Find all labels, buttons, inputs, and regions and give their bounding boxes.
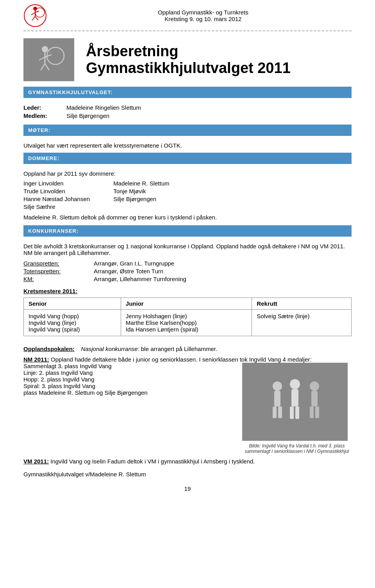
nm-list-item-2: Hopp: 2. plass Ingvild Vang <box>23 376 234 383</box>
gymhjul-content: Leder: Madeleine Ringelien Slettum Medle… <box>23 102 352 125</box>
arrangor-label-1: Totenspretten: <box>23 268 94 274</box>
senior-0: Ingvild Vang (hopp) <box>29 313 116 319</box>
footer-signature: Gymnastikkhjulutvalget v/Madeleine R. Sl… <box>23 471 352 478</box>
svg-point-9 <box>42 46 48 52</box>
konkurranse-text1: Det ble avholdt 3 kretskonkurranser og 1… <box>23 243 352 256</box>
logo <box>23 4 47 27</box>
svg-point-7 <box>35 8 45 17</box>
kretsmestere-rekrutt-cell: Solveig Sætre (linje) <box>252 310 352 336</box>
konkurranse-content: Det ble avholdt 3 kretskonkurranser og 1… <box>23 241 352 346</box>
leder-label: Leder: <box>23 104 66 111</box>
leder-row: Leder: Madeleine Ringelien Slettum <box>23 104 352 111</box>
kretsmestere-senior-cell: Ingvild Vang (hopp) Ingvild Vang (linje)… <box>24 310 121 336</box>
kretsmestere-header-junior: Junior <box>121 298 252 310</box>
dommere-right-0: Madeleine R. Slettum <box>113 180 169 187</box>
svg-line-4 <box>35 11 39 12</box>
dommere-right-2: Silje Bjørgengen <box>113 196 169 202</box>
leder-value: Madeleine Ringelien Slettum <box>66 104 141 111</box>
arrangor-label-2: KM: <box>23 276 94 282</box>
svg-rect-27 <box>310 406 314 418</box>
vm-label: VM 2011: <box>23 458 49 465</box>
dommere-left-0: Inger Linvolden <box>23 180 90 187</box>
arrangor-val-0: Arrangør, Gran I.L. Turngruppe <box>94 260 352 267</box>
gymnast-photo <box>23 38 74 81</box>
nm-list-item-1: Linje: 2. plass Ingvild Vang <box>23 369 234 376</box>
org-line2: Kretsting 9. og 10. mars 2012 <box>55 16 352 22</box>
rekrutt-0: Solveig Sætre (linje) <box>257 313 346 319</box>
svg-point-25 <box>310 381 319 391</box>
page-number: 19 <box>23 485 352 492</box>
nm-photo-svg <box>242 363 348 441</box>
medlem-label: Medlem: <box>23 112 66 119</box>
dommere-content: Oppland har pr 2011 syv dommere: Inger L… <box>23 168 352 221</box>
page-header: Oppland Gymnastikk- og Turnkrets Kretsti… <box>23 0 352 31</box>
svg-rect-19 <box>273 406 277 418</box>
svg-rect-26 <box>311 391 318 406</box>
dommere-right-1: Tonje Mjøvik <box>113 188 169 194</box>
junior-2: Ida Hansen Løntjern (spiral) <box>126 326 247 333</box>
svg-line-5 <box>32 16 35 20</box>
nm-photo-placeholder <box>242 363 348 441</box>
nm-list-item-0: Sammenlagt 3. plass Ingvild Vang <box>23 363 234 369</box>
vm-section: VM 2011: Ingvild Vang og Iselin Fadum de… <box>23 458 352 465</box>
dommere-note: Madeleine R. Slettum deltok på dommer og… <box>23 214 352 221</box>
kretsmestere-header-rekrutt: Rekrutt <box>252 298 352 310</box>
svg-rect-18 <box>274 391 280 406</box>
kretsmestere-data-row: Ingvild Vang (hopp) Ingvild Vang (linje)… <box>24 310 352 336</box>
title-text: Årsberetning Gymnastikkhjulutvalget 2011 <box>86 43 291 77</box>
nm-list-item-3: Spiral: 3. plass Ingvild Vang <box>23 383 234 389</box>
title-line1: Årsberetning <box>86 43 291 60</box>
nm-text-block: Sammenlagt 3. plass Ingvild Vang Linje: … <box>23 363 234 396</box>
nm-text1: Oppland hadde deltakere både i junior og… <box>51 356 312 363</box>
nm-section: NM 2011: Oppland hadde deltakere både i … <box>23 356 352 454</box>
arrangor-val-1: Arrangør, Østre Toten Turn <box>94 268 352 274</box>
moter-content: Utvalget har vært representert alle kret… <box>23 140 352 153</box>
dommere-left-3: Silje Sæthre <box>23 203 90 210</box>
kretsmestere-header-row: Senior Junior Rekrutt <box>24 298 352 310</box>
kretsmestere-label: Kretsmestere 2011: <box>23 288 352 294</box>
org-line1: Oppland Gymnastikk- og Turnkrets <box>55 9 352 16</box>
junior-0: Jenny Holshagen (linje) <box>126 313 247 319</box>
nm-list-item-4: plass Madeleine R. Slettum og Silje Bjør… <box>23 389 234 396</box>
svg-rect-24 <box>295 406 299 419</box>
gymnast-photo-svg <box>23 38 74 81</box>
nm-image-block: Bilde: Ingvild Vang fra Vardal t.h. med … <box>242 363 352 454</box>
svg-rect-23 <box>290 406 294 419</box>
junior-1: Marthe Elise Karlsen(hopp) <box>126 319 247 326</box>
arrangor-row-0: Granspretten: Arrangør, Gran I.L. Turngr… <box>23 260 352 267</box>
title-image <box>23 38 74 81</box>
dommere-names: Inger Linvolden Trude Linvolden Hanne Næ… <box>23 180 352 210</box>
opplands-text-em: Nasjonal konkurranse <box>81 346 138 352</box>
svg-rect-20 <box>278 406 282 418</box>
arrangor-table: Granspretten: Arrangør, Gran I.L. Turngr… <box>23 260 352 282</box>
dommere-left-2: Hanne Næstad Johansen <box>23 196 90 202</box>
kretsmestere-table: Senior Junior Rekrutt Ingvild Vang (hopp… <box>23 298 352 336</box>
svg-point-17 <box>273 381 282 391</box>
section-bar-moter: MØTER: <box>23 125 352 136</box>
arrangor-val-2: Arrangør, Lillehammer Turnforening <box>94 276 352 282</box>
opplands-section: Opplandspokalen: Nasjonal konkurranse: b… <box>23 346 352 352</box>
nm-photo <box>242 363 348 441</box>
title-line2: Gymnastikkhjulutvalget 2011 <box>86 60 291 77</box>
nm-intro: NM 2011: Oppland hadde deltakere både i … <box>23 356 352 363</box>
opplands-label: Opplandspokalen: <box>23 346 75 352</box>
nm-label: NM 2011: <box>23 356 49 363</box>
svg-rect-28 <box>315 406 319 418</box>
dommere-intro: Oppland har pr 2011 syv dommere: <box>23 170 352 177</box>
svg-point-21 <box>290 379 300 389</box>
moter-text: Utvalget har vært representert alle kret… <box>23 142 182 149</box>
nm-image-caption: Bilde: Ingvild Vang fra Vardal t.h. med … <box>242 443 352 454</box>
title-block: Årsberetning Gymnastikkhjulutvalget 2011 <box>23 38 352 81</box>
svg-line-3 <box>31 12 35 15</box>
arrangor-row-2: KM: Arrangør, Lillehammer Turnforening <box>23 276 352 282</box>
medlem-row: Medlem: Silje Bjørgengen <box>23 112 352 119</box>
svg-rect-8 <box>23 38 74 81</box>
medlem-value: Silje Bjørgengen <box>66 112 109 119</box>
logo-icon <box>23 4 47 27</box>
vm-text: Ingvild Vang og Iselin Fadum deltok i VM… <box>50 458 255 465</box>
senior-1: Ingvild Vang (linje) <box>29 319 116 326</box>
dommere-col-right: Madeleine R. Slettum Tonje Mjøvik Silje … <box>113 180 169 210</box>
svg-rect-22 <box>291 389 298 406</box>
dommere-col-left: Inger Linvolden Trude Linvolden Hanne Næ… <box>23 180 90 210</box>
header-text-block: Oppland Gymnastikk- og Turnkrets Kretsti… <box>55 9 352 22</box>
